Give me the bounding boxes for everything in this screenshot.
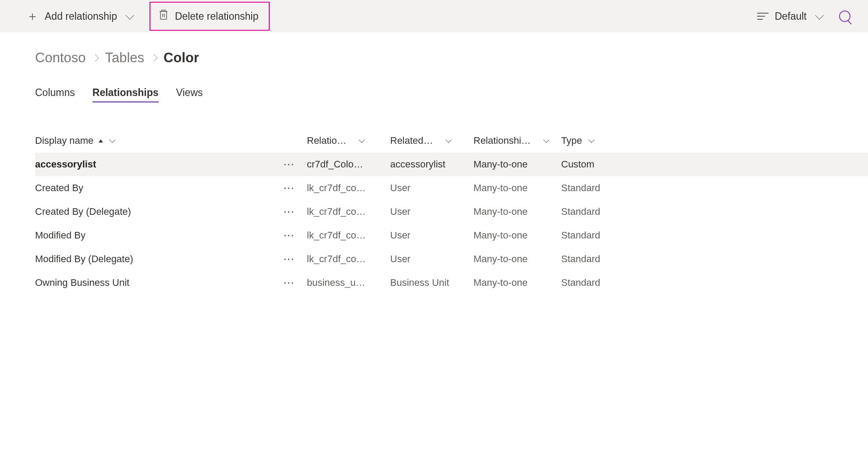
cell-type: Standard: [561, 182, 640, 194]
add-relationship-button[interactable]: ＋ Add relationship: [18, 6, 141, 27]
command-bar-left: ＋ Add relationship Delete relationship: [18, 2, 270, 31]
search-icon[interactable]: [839, 11, 850, 22]
cell-display-name: Modified By (Delegate): [35, 253, 272, 265]
lines-icon: [757, 13, 768, 20]
cell-display-name: Owning Business Unit: [35, 277, 272, 288]
chevron-right-icon: [92, 54, 99, 62]
cell-related: User: [390, 230, 473, 241]
col-header-label: Relationshi…: [473, 135, 537, 146]
cell-related: User: [390, 182, 473, 194]
cell-relation: lk_cr7df_co…: [307, 253, 390, 265]
plus-icon: ＋: [26, 10, 39, 22]
cell-type: Custom: [561, 159, 640, 170]
cell-related: User: [390, 253, 473, 265]
cell-display-name: Modified By: [35, 230, 272, 241]
delete-relationship-label: Delete relationship: [175, 11, 259, 22]
col-header-label: Relatio…: [307, 135, 352, 146]
relationships-grid: Display name Relatio… Related… Relations…: [35, 129, 868, 295]
col-header-display-name[interactable]: Display name: [35, 135, 272, 146]
table-row[interactable]: Created By (Delegate)···lk_cr7df_co…User…: [35, 200, 868, 224]
delete-relationship-button[interactable]: Delete relationship: [149, 2, 270, 31]
cell-relationship: Many-to-one: [473, 230, 561, 241]
chevron-down-icon: [109, 137, 115, 143]
col-header-related[interactable]: Related…: [390, 135, 473, 146]
breadcrumb-current: Color: [164, 50, 199, 66]
more-actions-button[interactable]: ···: [272, 207, 307, 217]
cell-relationship: Many-to-one: [473, 206, 561, 217]
command-bar: ＋ Add relationship Delete relationship D…: [0, 0, 868, 32]
grid-header-row: Display name Relatio… Related… Relations…: [35, 129, 868, 153]
cell-display-name: Created By: [35, 182, 272, 194]
more-actions-button[interactable]: ···: [272, 278, 307, 288]
svg-rect-0: [160, 11, 167, 19]
chevron-down-icon: [588, 137, 594, 143]
cell-relation: cr7df_Colo…: [307, 159, 390, 170]
tab-relationships[interactable]: Relationships: [92, 87, 159, 103]
more-actions-button[interactable]: ···: [272, 160, 307, 170]
chevron-down-icon: [543, 137, 549, 143]
col-header-label: Display name: [35, 135, 93, 146]
tab-list: Columns Relationships Views: [35, 87, 868, 103]
cell-related: accessorylist: [390, 159, 473, 170]
view-selector-label: Default: [775, 11, 807, 22]
table-row[interactable]: Created By···lk_cr7df_co…UserMany-to-one…: [35, 176, 868, 200]
chevron-down-icon: [815, 11, 824, 20]
view-selector[interactable]: Default: [757, 11, 822, 22]
cell-relationship: Many-to-one: [473, 182, 561, 194]
col-header-type[interactable]: Type: [561, 135, 640, 146]
sort-ascending-icon: [99, 139, 103, 142]
cell-relationship: Many-to-one: [473, 253, 561, 265]
content-area: Contoso Tables Color Columns Relationshi…: [0, 32, 868, 295]
cell-relation: lk_cr7df_co…: [307, 230, 390, 241]
command-bar-right: Default: [757, 11, 850, 22]
col-header-label: Related…: [390, 135, 439, 146]
table-row[interactable]: Modified By (Delegate)···lk_cr7df_co…Use…: [35, 247, 868, 271]
tab-views[interactable]: Views: [176, 87, 203, 103]
chevron-down-icon: [445, 137, 452, 143]
breadcrumb: Contoso Tables Color: [35, 50, 868, 66]
tab-columns[interactable]: Columns: [35, 87, 75, 103]
cell-relation: lk_cr7df_co…: [307, 206, 390, 217]
cell-relationship: Many-to-one: [473, 159, 561, 170]
cell-related: User: [390, 206, 473, 217]
chevron-down-icon: [359, 137, 365, 143]
breadcrumb-root[interactable]: Contoso: [35, 50, 85, 66]
cell-type: Standard: [561, 253, 640, 265]
col-header-relationship[interactable]: Relationshi…: [473, 135, 561, 146]
chevron-right-icon: [150, 54, 158, 62]
table-row[interactable]: Modified By···lk_cr7df_co…UserMany-to-on…: [35, 224, 868, 247]
col-header-label: Type: [561, 135, 582, 146]
more-actions-button[interactable]: ···: [272, 183, 307, 193]
cell-type: Standard: [561, 230, 640, 241]
cell-related: Business Unit: [390, 277, 473, 288]
add-relationship-label: Add relationship: [45, 11, 117, 22]
col-header-relation[interactable]: Relatio…: [307, 135, 390, 146]
more-actions-button[interactable]: ···: [272, 231, 307, 241]
breadcrumb-section[interactable]: Tables: [105, 50, 144, 66]
chevron-down-icon: [125, 11, 134, 20]
cell-relationship: Many-to-one: [473, 277, 561, 288]
cell-relation: business_u…: [307, 277, 390, 288]
cell-display-name: accessorylist: [35, 159, 272, 170]
cell-type: Standard: [561, 277, 640, 288]
table-row[interactable]: Owning Business Unit···business_u…Busine…: [35, 271, 868, 295]
more-actions-button[interactable]: ···: [272, 254, 307, 264]
cell-display-name: Created By (Delegate): [35, 206, 272, 217]
trash-icon: [158, 9, 169, 24]
cell-relation: lk_cr7df_co…: [307, 182, 390, 194]
grid-body: accessorylist···cr7df_Colo…accessorylist…: [35, 153, 868, 295]
table-row[interactable]: accessorylist···cr7df_Colo…accessorylist…: [35, 153, 868, 176]
cell-type: Standard: [561, 206, 640, 217]
